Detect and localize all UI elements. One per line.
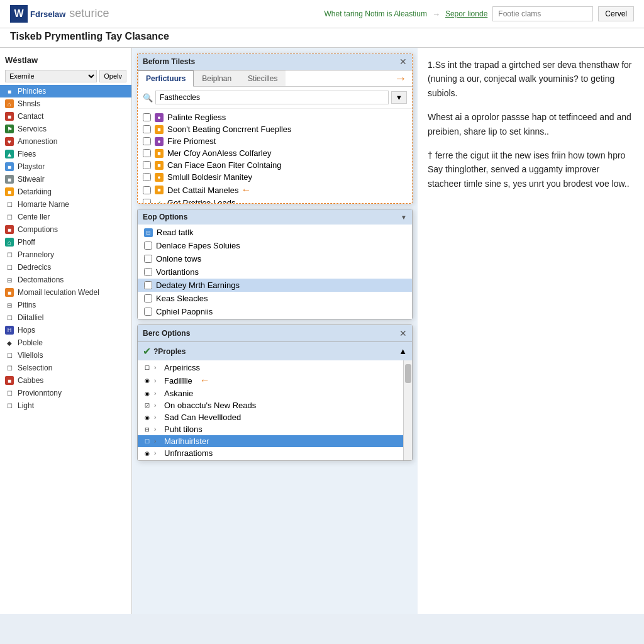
sidebar-item-poblele[interactable]: ◆ Poblele — [0, 336, 131, 349]
option-item[interactable]: Vortiantions — [138, 265, 412, 279]
logo-sub: seturice — [69, 7, 109, 20]
berc-title: Berc Options — [143, 329, 190, 338]
sidebar-item-light[interactable]: ☐ Light — [0, 399, 131, 412]
sidebar-item-vilellols[interactable]: ☐ Vilellols — [0, 349, 131, 362]
tree-item[interactable]: ☑ › On obacctu's New Reads — [138, 399, 403, 411]
checkbox-vortiantions[interactable] — [144, 268, 152, 276]
sidebar-label-cabbes: Cabbes — [18, 376, 43, 385]
sidebar-item-selsection[interactable]: ☐ Selsection — [0, 362, 131, 374]
dialog-search-input[interactable] — [155, 91, 389, 104]
checkbox-cphiel[interactable] — [144, 308, 152, 316]
nav-sep: → — [432, 9, 440, 19]
berc-chevron-up-icon: ▲ — [399, 347, 407, 356]
berc-close-button[interactable]: ✕ — [399, 328, 407, 338]
tree-item-selected[interactable]: ☐ › Marlhuirlster — [138, 435, 403, 447]
option-label: Dedatey Mrth Earnings — [156, 280, 240, 290]
checkbox-det[interactable] — [143, 186, 151, 194]
list-item[interactable]: ● Smlull Boldesir Manitey — [143, 171, 407, 183]
sidebar-item-dedrecics[interactable]: ☐ Dedrecics — [0, 261, 131, 274]
tree-item[interactable]: ◉ › Askanie — [138, 387, 403, 399]
checkbox-denlace[interactable] — [144, 242, 152, 250]
option-item[interactable]: Keas Sleacles — [138, 292, 412, 305]
option-item[interactable]: Denlace Fapes Soluies — [138, 239, 412, 252]
scrollbar-thumb[interactable] — [405, 364, 411, 383]
puht-icon: ⊟ — [143, 425, 152, 434]
sidebar-item-computions[interactable]: ■ Computions — [0, 223, 131, 236]
checkbox-get[interactable] — [143, 199, 151, 203]
option-item[interactable]: ■ Daciouting — [138, 318, 412, 319]
sidebar-item-cantact[interactable]: ■ Cantact — [0, 110, 131, 123]
checkbox-dedatey[interactable] — [144, 281, 152, 289]
tab-stiecilles[interactable]: Stiecilles — [240, 70, 286, 86]
checkbox-keas[interactable] — [144, 294, 152, 303]
sidebar-label-pitins: Pitins — [18, 301, 36, 309]
dialog-search-row: 🔍 ▼ — [138, 87, 412, 109]
nav-link[interactable]: Sepor lionde — [445, 9, 487, 18]
sidebar-item-diitalliel[interactable]: ☐ Diitalliel — [0, 311, 131, 324]
option-item[interactable]: Cphiel Paopniis — [138, 305, 412, 318]
search-button[interactable]: Cervel — [598, 6, 634, 21]
checkbox-smlull[interactable] — [143, 173, 151, 181]
dialog-search-dropdown[interactable]: ▼ — [391, 91, 407, 104]
sidebar-label-vilellols: Vilellols — [18, 351, 43, 360]
tree-item[interactable]: ☐ › Arpeiricss — [138, 362, 403, 374]
sidebar-item-pitins[interactable]: ⊟ Pitins — [0, 299, 131, 311]
sidebar-open-button[interactable]: Opelv — [99, 70, 126, 82]
sidebar-item-flees[interactable]: ▲ Flees — [0, 148, 131, 160]
sidebar-item-shnsls[interactable]: ⌂ Shnsls — [0, 97, 131, 110]
tree-label: Unfnraatioms — [164, 448, 213, 458]
sad-icon: ◉ — [143, 413, 152, 422]
sidebar-item-homarte[interactable]: ☐ Homarte Narne — [0, 198, 131, 211]
sidebar-item-servoics[interactable]: ⚑ Servoics — [0, 123, 131, 135]
checkbox-soon[interactable] — [143, 125, 151, 133]
sidebar-select[interactable]: Exernile — [5, 70, 97, 82]
berc-dialog-header: Berc Options ✕ — [138, 325, 412, 342]
sidebar-item-stiweair[interactable]: ■ Stiweair — [0, 173, 131, 186]
dialog-close-button[interactable]: ✕ — [399, 57, 407, 67]
option-item[interactable]: ⊟ Read tatlk — [138, 226, 412, 239]
list-item[interactable]: ● Fire Priomest — [143, 135, 407, 147]
eop-options-header[interactable]: Eop Options ▼ — [138, 209, 412, 225]
sidebar-item-detarkiing[interactable]: ■ Detarkiing — [0, 186, 131, 198]
option-item[interactable]: Onlone tows — [138, 252, 412, 265]
sidebar-item-momail[interactable]: ■ Momail leculation Wedel — [0, 286, 131, 299]
checkbox-mer[interactable] — [143, 149, 151, 157]
search-input[interactable] — [492, 6, 593, 21]
phincles-icon: ■ — [5, 87, 14, 96]
sidebar-item-playstor[interactable]: ■ Playstor — [0, 160, 131, 173]
berc-section-header[interactable]: ✔ ?Proples ▲ — [138, 342, 412, 360]
list-item[interactable]: ■ Mer Cfoy AonAless Colfarley — [143, 147, 407, 159]
sidebar-item-phoff[interactable]: ⌂ Phoff — [0, 236, 131, 248]
arrow-down-icon: ← — [241, 184, 251, 196]
option-label: Onlone tows — [156, 254, 201, 264]
sidebar-item-dectomations[interactable]: ⊟ Dectomations — [0, 274, 131, 286]
prannelory-icon: ☐ — [5, 250, 14, 259]
list-item[interactable]: ● Palinte Regliess — [143, 111, 407, 123]
option-item-selected[interactable]: Dedatey Mrth Earnings — [138, 279, 412, 292]
tree-item[interactable]: ◉ › Sad Can Hevellloded — [138, 411, 403, 423]
sidebar-item-amonestion[interactable]: ♥ Amonestion — [0, 135, 131, 148]
checkbox-can[interactable] — [143, 161, 151, 169]
checkbox-onlone[interactable] — [144, 255, 152, 263]
list-item[interactable]: ■ Can Fiace Eaon Fiter Colntaing — [143, 159, 407, 171]
checkbox-fire[interactable] — [143, 137, 151, 145]
checkbox-palinte[interactable] — [143, 113, 151, 121]
sidebar-label-provionntony: Provionntony — [18, 389, 62, 397]
tab-beiplnan[interactable]: Beiplnan — [194, 70, 240, 86]
dedrecics-icon: ☐ — [5, 263, 14, 272]
tree-item[interactable]: ◉ › Fadilîlie ← — [138, 374, 403, 387]
sidebar-item-cabbes[interactable]: ■ Cabbes — [0, 374, 131, 387]
tab-perfictuurs[interactable]: Perfictuurs — [138, 70, 194, 87]
tree-item[interactable]: ⊟ › Puht tilons — [138, 423, 403, 435]
tree-item[interactable]: ◉ › Unfnraatioms — [138, 447, 403, 459]
list-item[interactable]: ■ Soon't Beating Concrrent Fueplles — [143, 123, 407, 135]
scrollbar[interactable] — [403, 360, 412, 460]
sidebar-item-hops[interactable]: H Hops — [0, 324, 131, 336]
sidebar-item-provionntony[interactable]: ☐ Provionntony — [0, 387, 131, 399]
sidebar-item-prannelory[interactable]: ☐ Prannelory — [0, 248, 131, 261]
item-label: Can Fiace Eaon Fiter Colntaing — [167, 160, 281, 170]
list-item[interactable]: ✓ Get Pretrice Leads — [143, 197, 407, 203]
list-item[interactable]: ■ Det Cattail Maneles ← — [143, 183, 407, 197]
sidebar-item-cente[interactable]: ☐ Cente ller — [0, 211, 131, 223]
sidebar-item-phincles[interactable]: ■ Phincles — [0, 85, 131, 97]
